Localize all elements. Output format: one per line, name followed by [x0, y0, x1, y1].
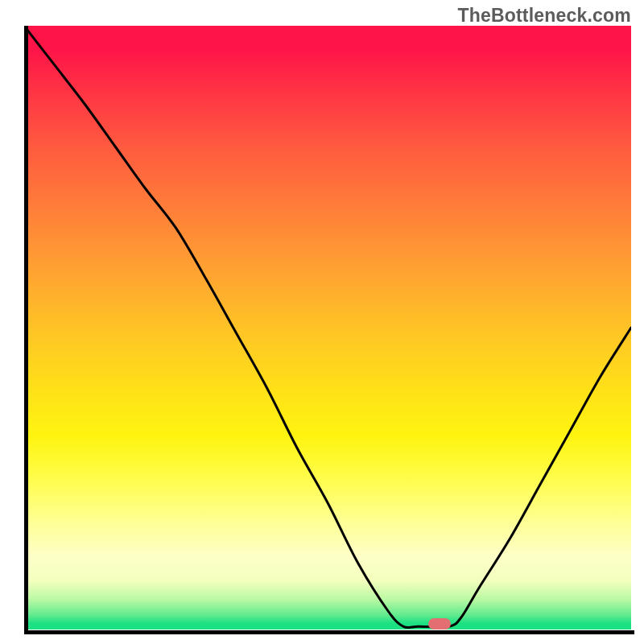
gradient-plot-area	[24, 26, 631, 630]
bottleneck-curve	[24, 26, 631, 630]
optimal-point-marker	[428, 618, 451, 630]
chart-container: TheBottleneck.com	[0, 0, 644, 644]
x-axis	[24, 630, 634, 634]
y-axis	[24, 26, 28, 634]
watermark-text: TheBottleneck.com	[457, 5, 631, 27]
curve-path	[24, 26, 631, 628]
